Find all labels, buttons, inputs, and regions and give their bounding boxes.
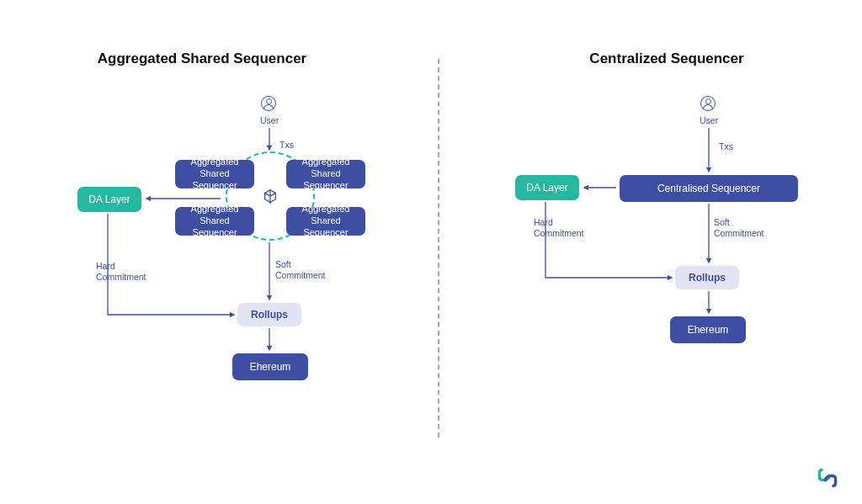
brand-logo-icon	[817, 467, 838, 489]
txs-label-r: Txs	[719, 141, 733, 152]
da-layer-box: DA Layer	[77, 187, 141, 212]
right-arrows	[438, 50, 862, 488]
left-arrows	[0, 50, 438, 488]
seq-box-1: Aggregated Shared Sequencer	[175, 160, 254, 188]
rollups-box-r: Rollups	[675, 266, 739, 289]
seq-box-3: Aggregated Shared Sequencer	[175, 207, 254, 236]
right-title: Centralized Sequencer	[455, 50, 862, 67]
cube-icon	[261, 188, 279, 206]
hard-commitment-label-r: Hard Commitment	[534, 217, 601, 239]
ethereum-box-r: Ehereum	[670, 316, 746, 343]
right-diagram: Centralized Sequencer User Txs Centralis…	[438, 50, 862, 488]
user-icon	[261, 96, 276, 111]
txs-label: Txs	[279, 140, 294, 151]
rollups-box: Rollups	[237, 303, 301, 326]
seq-box-2: Aggregated Shared Sequencer	[286, 160, 365, 188]
hard-commitment-label: Hard Commitment	[96, 261, 163, 283]
diagram-container: Aggregated Shared Sequencer User Txs Agg…	[0, 0, 862, 504]
panel-divider	[438, 59, 439, 438]
left-diagram: Aggregated Shared Sequencer User Txs Agg…	[0, 50, 438, 488]
soft-commitment-label-r: Soft Commitment	[714, 217, 781, 239]
seq-box-4: Aggregated Shared Sequencer	[286, 207, 365, 236]
left-title: Aggregated Shared Sequencer	[0, 50, 421, 67]
ethereum-box: Ehereum	[232, 353, 308, 380]
centralised-sequencer-box: Centralised Sequencer	[620, 175, 798, 202]
user-icon-r	[700, 96, 716, 111]
user-label: User	[260, 115, 279, 126]
da-layer-box-r: DA Layer	[515, 175, 579, 200]
user-label-r: User	[700, 115, 718, 126]
soft-commitment-label: Soft Commitment	[275, 259, 343, 281]
